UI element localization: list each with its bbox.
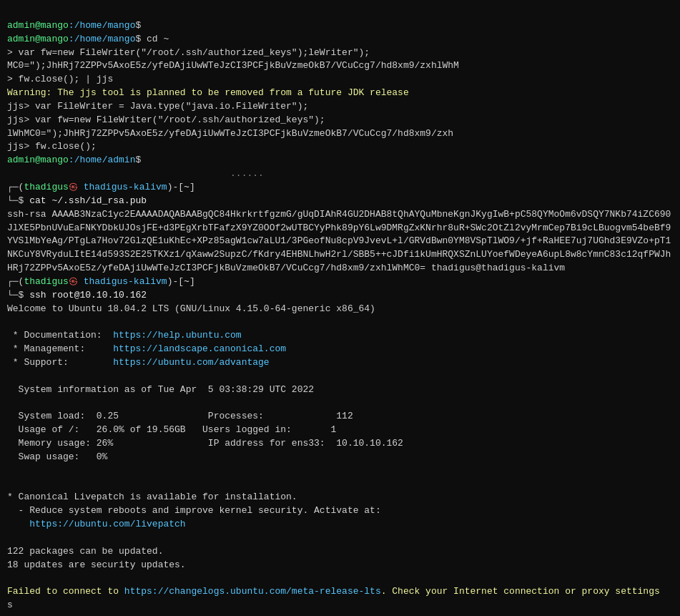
prompt-path-1: :/home/mango (69, 20, 136, 31)
code-line-3: > fw.close(); | jjs (7, 74, 113, 84)
prompt-box-1: ┌─(thadigus㉿ thadigus-kalivm)-[~] └─$ ca… (7, 182, 195, 206)
prompt-user-2: admin@mango (7, 34, 69, 44)
code-line-2: MC0=");JhHRj72ZPPv5AxoE5z/yfeDAjiUwWTeJz… (7, 60, 459, 71)
livepatch-link: https://ubuntu.com/livepatch (7, 519, 186, 529)
jjs-line-2: jjs> var fw=new FileWriter("/root/.ssh/a… (7, 114, 325, 125)
code-line-1: > var fw=new FileWriter("/root/.ssh/auth… (7, 47, 370, 58)
sysinfo-mem: Memory usage: 26% IP address for ens33: … (7, 438, 403, 449)
error-continuation: s (7, 600, 13, 610)
prompt-dollar-3: $ (135, 155, 141, 165)
warning-line: Warning: The jjs tool is planned to be r… (7, 87, 409, 98)
prompt-dollar-2: $ cd ~ (135, 34, 169, 44)
prompt-user-1: admin@mango (7, 20, 69, 31)
livepatch-line2: - Reduce system reboots and improve kern… (7, 505, 381, 516)
sysinfo-load: System load: 0.25 Processes: 112 (7, 411, 353, 421)
jjs-line-1: jjs> var FileWriter = Java.type("java.io… (7, 101, 308, 112)
jjs-line-4: jjs> fw.close(); (7, 141, 97, 152)
prompt-box-2: ┌─(thadigus㉿ thadigus-kalivm)-[~] └─$ ss… (7, 276, 195, 300)
security-update-line: 18 updates are security updates. (7, 559, 186, 570)
support-line: * Support: https://ubuntu.com/advantage (7, 357, 270, 368)
prompt-path-3: :/home/admin (69, 155, 136, 165)
doc-line: * Documentation: https://help.ubuntu.com (7, 330, 242, 341)
sysinfo-usage: Usage of /: 26.0% of 19.56GB Users logge… (7, 424, 336, 435)
prompt-dollar-1: $ (135, 20, 141, 31)
livepatch-line1: * Canonical Livepatch is available for i… (7, 492, 297, 502)
prompt-user-3: admin@mango (7, 155, 69, 165)
ssh-key-output: ssh-rsa AAAAB3NzaC1yc2EAAAADAQABAABgQC84… (7, 209, 671, 273)
pkg-update-line: 122 packages can be updated. (7, 546, 163, 557)
sysinfo-swap: Swap usage: 0% (7, 451, 107, 462)
prompt-path-2: :/home/mango (69, 34, 136, 44)
separator: ...... (7, 168, 264, 179)
welcome-line: Welcome to Ubuntu 18.04.2 LTS (GNU/Linux… (7, 303, 375, 314)
connect-error: Failed to connect to https://changelogs.… (7, 586, 660, 597)
terminal: admin@mango:/home/mango$ admin@mango:/ho… (0, 0, 680, 616)
jjs-line-3: lWhMC0=");JhHRj72ZPPv5AxoE5z/yfeDAjiUwWT… (7, 128, 453, 139)
sysinfo-header: System information as of Tue Apr 5 03:38… (7, 384, 314, 395)
mgmt-line: * Management: https://landscape.canonica… (7, 343, 286, 354)
